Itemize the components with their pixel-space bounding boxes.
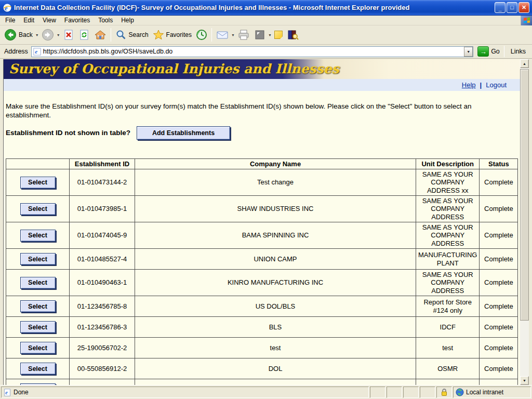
home-button[interactable]: [92, 28, 109, 42]
company-name-cell: DOL: [135, 358, 416, 379]
select-button[interactable]: Select: [20, 203, 56, 215]
status-bar: e Done Local intranet: [0, 385, 532, 399]
vertical-scrollbar[interactable]: ▲ ▼: [520, 59, 529, 385]
mail-button[interactable]: [214, 29, 231, 41]
forward-button[interactable]: [39, 28, 56, 42]
add-establishments-row: Establishment ID not shown in table? Add…: [6, 126, 520, 140]
select-cell: Select: [6, 379, 70, 385]
select-cell: Select: [6, 196, 70, 222]
print-button[interactable]: [235, 28, 252, 42]
search-button[interactable]: Search: [113, 28, 151, 42]
research-button[interactable]: [285, 28, 301, 42]
windows-logo-icon: [521, 16, 532, 25]
establishment-id-cell: 01-010490463-1: [70, 270, 135, 296]
favorites-label: Favorites: [166, 31, 192, 38]
favorites-icon: [153, 29, 164, 41]
menu-help[interactable]: Help: [117, 16, 138, 25]
unit-description-cell: Report for Store #124 only: [416, 296, 480, 317]
close-button[interactable]: ✕: [518, 2, 529, 13]
table-row: Select01-010474045-9BAMA SPINNING INCSAM…: [6, 222, 518, 249]
header-unit-description: Unit Description: [416, 158, 480, 169]
toolbar-separator: [211, 28, 212, 42]
title-bar: e Internet Data Collection Facility (IDC…: [0, 0, 532, 16]
history-button[interactable]: [194, 28, 209, 42]
select-button[interactable]: Select: [20, 342, 56, 354]
company-name-cell: test: [135, 338, 416, 358]
select-cell: Select: [6, 249, 70, 270]
table-row: Select01-010485527-4UNION CAMPMANUFACTUR…: [6, 249, 518, 270]
status-cell: Complete: [480, 249, 518, 270]
header-status: Status: [480, 158, 518, 169]
globe-icon: [456, 388, 464, 396]
stop-button[interactable]: [61, 28, 76, 42]
establishment-id-cell: 01-010474045-9: [70, 222, 135, 249]
window-title: Internet Data Collection Facility (IDCF)…: [14, 4, 495, 11]
menu-tools[interactable]: Tools: [94, 16, 117, 25]
back-button[interactable]: Back: [2, 28, 35, 42]
mail-dropdown[interactable]: ▼: [231, 33, 235, 37]
address-dropdown[interactable]: ▼: [464, 47, 473, 57]
forward-dropdown[interactable]: ▼: [56, 33, 61, 37]
menu-file[interactable]: File: [1, 16, 19, 25]
status-cell: Complete: [480, 222, 518, 249]
refresh-button[interactable]: [76, 28, 92, 42]
banner: Survey of Occupational Injuries and Illn…: [4, 59, 520, 79]
company-name-cell: UNION CAMP: [135, 249, 416, 270]
address-label: Address: [2, 48, 31, 55]
scroll-down-button[interactable]: ▼: [520, 376, 529, 385]
establishment-table: Establishment ID Company Name Unit Descr…: [6, 158, 518, 385]
maximize-button[interactable]: □: [507, 2, 517, 13]
address-input[interactable]: e https://idcfdosh.psb.bls.gov/OSH/saveL…: [31, 46, 473, 57]
establishment-table-body: Select01-010473144-2Test changeSAME AS Y…: [6, 169, 518, 385]
select-button[interactable]: Select: [20, 321, 56, 333]
edit-dropdown[interactable]: ▼: [268, 33, 272, 37]
status-text: Done: [14, 389, 29, 396]
status-cell: Complete: [480, 270, 518, 296]
toolbar-separator: [111, 28, 111, 42]
unit-description-cell: SAME AS YOUR COMPANY ADDRESS: [416, 196, 480, 222]
status-cell: Complete: [480, 196, 518, 222]
back-icon: [4, 29, 17, 41]
select-cell: Select: [6, 222, 70, 249]
lock-icon: [441, 388, 448, 396]
page-content: Survey of Occupational Injuries and Illn…: [3, 59, 520, 385]
menu-favorites[interactable]: Favorites: [60, 16, 94, 25]
unit-description-cell: Engineering: [416, 379, 480, 385]
establishment-id-cell: 25-190056702-2: [70, 338, 135, 358]
company-name-cell: BLS: [135, 317, 416, 338]
menu-view[interactable]: View: [38, 16, 60, 25]
maximize-icon: □: [510, 5, 514, 10]
table-row: Select01-010473985-1SHAW INDUSTRIES INCS…: [6, 196, 518, 222]
discuss-button[interactable]: [272, 30, 285, 40]
select-button[interactable]: Select: [20, 253, 56, 265]
edit-icon: [254, 29, 265, 41]
go-button[interactable]: → Go: [477, 46, 500, 57]
select-button[interactable]: Select: [20, 230, 56, 242]
select-button[interactable]: Select: [20, 300, 56, 312]
select-cell: Select: [6, 358, 70, 379]
add-establishments-button[interactable]: Add Establishments: [137, 126, 230, 140]
select-cell: Select: [6, 296, 70, 317]
unit-description-cell: SAME AS YOUR COMPANY ADDRESS: [416, 222, 480, 249]
back-dropdown[interactable]: ▼: [35, 33, 39, 37]
establishment-id-cell: 01-123456786-3: [70, 317, 135, 338]
forward-icon: [42, 29, 54, 41]
print-icon: [237, 29, 250, 41]
help-logout-bar: Help | Logout: [4, 79, 520, 91]
select-button[interactable]: Select: [20, 277, 56, 289]
select-button[interactable]: Select: [20, 363, 56, 375]
help-link[interactable]: Help: [462, 81, 476, 89]
establishment-id-cell: 00-550856912-2: [70, 358, 135, 379]
links-menu[interactable]: Links: [507, 48, 530, 55]
favorites-button[interactable]: Favorites: [151, 28, 194, 42]
scrollbar-thumb[interactable]: [520, 69, 529, 321]
scroll-up-button[interactable]: ▲: [520, 59, 529, 68]
research-icon: [287, 29, 299, 41]
search-label: Search: [129, 31, 149, 38]
select-button[interactable]: Select: [20, 177, 56, 189]
menu-edit[interactable]: Edit: [19, 16, 38, 25]
edit-button[interactable]: [252, 28, 268, 42]
minimize-button[interactable]: _: [495, 2, 506, 13]
logout-link[interactable]: Logout: [486, 81, 507, 89]
header-establishment-id: Establishment ID: [70, 158, 135, 169]
